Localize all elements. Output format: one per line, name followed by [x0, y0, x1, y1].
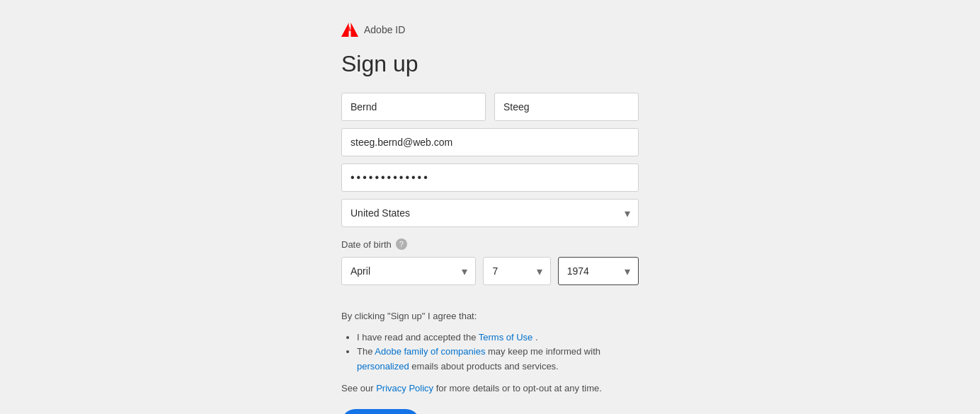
- adobe-family-link[interactable]: Adobe family of companies: [375, 346, 485, 357]
- name-row: [341, 93, 639, 121]
- bullet1-pre: I have read and accepted the: [357, 332, 479, 343]
- dob-month-wrapper: January February March April May June Ju…: [341, 257, 476, 285]
- dob-year-wrapper: 1970197119721973 197419751976 ▾: [558, 257, 639, 285]
- adobe-id-label: Adobe ID: [364, 24, 405, 35]
- password-input[interactable]: [341, 163, 639, 192]
- dob-year-select[interactable]: 1970197119721973 197419751976: [558, 257, 639, 285]
- terms-of-use-link[interactable]: Terms of Use: [479, 332, 533, 343]
- bullet2-mid: may keep me informed with: [488, 346, 600, 357]
- bullet-terms: I have read and accepted the Terms of Us…: [357, 330, 639, 345]
- personalized-link[interactable]: personalized: [357, 361, 409, 372]
- privacy-text: See our Privacy Policy for more details …: [341, 381, 639, 396]
- agreement-intro-text: By clicking "Sign up" I agree that:: [341, 309, 639, 323]
- signup-button[interactable]: Sign up: [341, 409, 420, 414]
- dob-section: Date of birth ? January February March A…: [341, 238, 639, 297]
- agreement-bullets: I have read and accepted the Terms of Us…: [341, 330, 639, 374]
- page-title: Sign up: [341, 51, 639, 77]
- last-name-input[interactable]: [494, 93, 639, 121]
- dob-day-wrapper: 1234 567 8910 ▾: [483, 257, 550, 285]
- country-select-wrapper: United States Canada United Kingdom Germ…: [341, 199, 639, 227]
- first-name-input[interactable]: [341, 93, 486, 121]
- svg-marker-0: [351, 23, 359, 37]
- bullet2-post: emails about products and services.: [411, 361, 558, 372]
- dob-day-select[interactable]: 1234 567 8910: [483, 257, 550, 285]
- dob-row: January February March April May June Ju…: [341, 257, 639, 297]
- adobe-header: Adobe ID: [341, 21, 639, 38]
- privacy-pre: See our: [341, 383, 376, 393]
- agreement-section: By clicking "Sign up" I agree that: I ha…: [341, 309, 639, 395]
- bullet-adobe-family: The Adobe family of companies may keep m…: [357, 345, 639, 374]
- country-select[interactable]: United States Canada United Kingdom Germ…: [341, 199, 639, 227]
- dob-month-select[interactable]: January February March April May June Ju…: [341, 257, 476, 285]
- dob-label: Date of birth: [341, 239, 392, 250]
- privacy-post: for more details or to opt-out at any ti…: [436, 383, 602, 393]
- privacy-policy-link[interactable]: Privacy Policy: [376, 383, 433, 393]
- dob-label-row: Date of birth ?: [341, 238, 639, 250]
- bullet1-post: .: [535, 332, 538, 343]
- email-input[interactable]: [341, 128, 639, 156]
- adobe-logo-icon: [341, 21, 358, 38]
- dob-help-icon[interactable]: ?: [396, 238, 407, 250]
- bullet2-pre: The: [357, 346, 375, 357]
